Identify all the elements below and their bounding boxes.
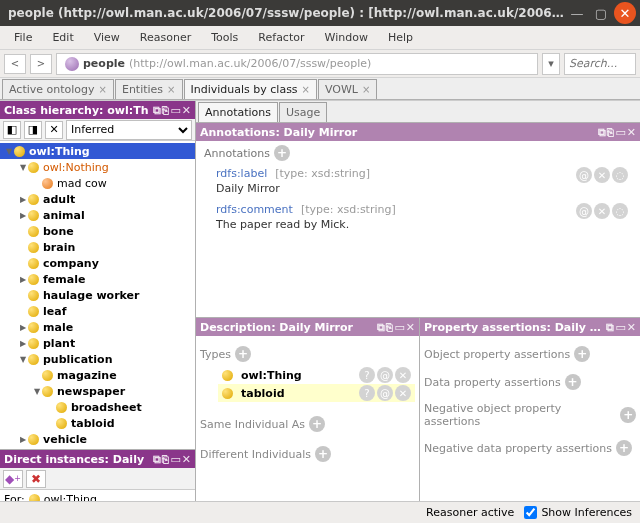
tree-arrow-icon[interactable]: ▶ bbox=[18, 323, 28, 332]
tree-node[interactable]: broadsheet bbox=[0, 399, 195, 415]
tree-node[interactable]: ▶plant bbox=[0, 335, 195, 351]
tree-node[interactable]: leaf bbox=[0, 303, 195, 319]
menu-file[interactable]: File bbox=[6, 29, 40, 46]
edit-button[interactable]: @ bbox=[377, 385, 393, 401]
add-type-button[interactable]: + bbox=[235, 346, 251, 362]
menu-edit[interactable]: Edit bbox=[44, 29, 81, 46]
sub-tab-usage[interactable]: Usage bbox=[279, 102, 327, 122]
menu-window[interactable]: Window bbox=[317, 29, 376, 46]
tab-active-ontology[interactable]: Active ontology× bbox=[2, 79, 114, 99]
menu-help[interactable]: Help bbox=[380, 29, 421, 46]
delete-button[interactable]: ✕ bbox=[395, 367, 411, 383]
nav-back-button[interactable]: < bbox=[4, 54, 26, 74]
tab-entities[interactable]: Entities× bbox=[115, 79, 183, 99]
tree-arrow-icon[interactable]: ▼ bbox=[4, 147, 14, 156]
annotation-delete-button[interactable]: ✕ bbox=[594, 167, 610, 183]
panel-pin-icon[interactable]: ⎘ bbox=[162, 104, 169, 117]
close-icon[interactable]: × bbox=[167, 84, 175, 95]
nav-forward-button[interactable]: > bbox=[30, 54, 52, 74]
tree-node[interactable]: haulage worker bbox=[0, 287, 195, 303]
sub-tab-annotations[interactable]: Annotations bbox=[198, 102, 278, 122]
annotation-property[interactable]: rdfs:comment bbox=[216, 203, 293, 216]
delete-button[interactable]: ✕ bbox=[395, 385, 411, 401]
tree-node[interactable]: ▼newspaper bbox=[0, 383, 195, 399]
tree-arrow-icon[interactable]: ▶ bbox=[18, 435, 28, 444]
close-icon[interactable]: × bbox=[99, 84, 107, 95]
close-icon[interactable]: × bbox=[302, 84, 310, 95]
annotation-options-button[interactable]: ◌ bbox=[612, 203, 628, 219]
hierarchy-mode-select[interactable]: Inferred bbox=[66, 120, 192, 140]
add-individual-button[interactable]: ◆+ bbox=[3, 470, 23, 488]
tree-node[interactable]: ▼owl:Thing bbox=[0, 143, 195, 159]
delete-class-button[interactable]: ✕ bbox=[45, 121, 63, 139]
add-assertion-button[interactable]: + bbox=[565, 374, 581, 390]
add-annotation-button[interactable]: + bbox=[274, 145, 290, 161]
annotation-delete-button[interactable]: ✕ bbox=[594, 203, 610, 219]
tree-node[interactable]: mad cow bbox=[0, 175, 195, 191]
show-inferences-checkbox[interactable] bbox=[524, 506, 537, 519]
panel-min-icon[interactable]: ▭ bbox=[170, 453, 180, 466]
menu-reasoner[interactable]: Reasoner bbox=[132, 29, 199, 46]
tree-node[interactable]: ▶animal bbox=[0, 207, 195, 223]
tree-node[interactable]: bone bbox=[0, 223, 195, 239]
tree-node[interactable]: ▶vehicle bbox=[0, 431, 195, 447]
type-row[interactable]: owl:Thing?@✕ bbox=[218, 366, 415, 384]
panel-close-icon[interactable]: ✕ bbox=[406, 321, 415, 334]
tree-node[interactable]: ▶male bbox=[0, 319, 195, 335]
add-subclass-button[interactable]: ◨ bbox=[24, 121, 42, 139]
panel-min-icon[interactable]: ▭ bbox=[394, 321, 404, 334]
annotation-edit-button[interactable]: @ bbox=[576, 167, 592, 183]
tree-node[interactable]: ▼publication bbox=[0, 351, 195, 367]
explain-button[interactable]: ? bbox=[359, 367, 375, 383]
show-inferences-toggle[interactable]: Show Inferences bbox=[524, 506, 632, 519]
tree-node[interactable]: ▶female bbox=[0, 271, 195, 287]
panel-pin-icon[interactable]: ⎘ bbox=[607, 126, 614, 139]
class-tree[interactable]: ▼owl:Thing▼owl:Nothingmad cow▶adult▶anim… bbox=[0, 141, 195, 449]
tab-vowl[interactable]: VOWL× bbox=[318, 79, 377, 99]
panel-view-icon[interactable]: ⧉ bbox=[153, 104, 161, 117]
tree-node[interactable]: ▼owl:Nothing bbox=[0, 159, 195, 175]
tree-node[interactable]: ▶adult bbox=[0, 191, 195, 207]
tab-individuals-by-class[interactable]: Individuals by class× bbox=[184, 79, 318, 99]
tree-arrow-icon[interactable]: ▶ bbox=[18, 339, 28, 348]
add-assertion-button[interactable]: + bbox=[616, 440, 632, 456]
edit-button[interactable]: @ bbox=[377, 367, 393, 383]
tree-node[interactable]: company bbox=[0, 255, 195, 271]
panel-close-icon[interactable]: ✕ bbox=[182, 104, 191, 117]
panel-min-icon[interactable]: ▭ bbox=[615, 321, 625, 334]
add-different-button[interactable]: + bbox=[315, 446, 331, 462]
menu-view[interactable]: View bbox=[86, 29, 128, 46]
ontology-path[interactable]: people (http://owl.man.ac.uk/2006/07/sss… bbox=[56, 53, 538, 75]
tree-node[interactable]: magazine bbox=[0, 367, 195, 383]
panel-pin-icon[interactable]: ⎘ bbox=[162, 453, 169, 466]
tree-arrow-icon[interactable]: ▶ bbox=[18, 211, 28, 220]
panel-min-icon[interactable]: ▭ bbox=[615, 126, 625, 139]
window-maximize-button[interactable]: ▢ bbox=[590, 2, 612, 24]
window-minimize-button[interactable]: — bbox=[566, 2, 588, 24]
delete-individual-button[interactable]: ✖ bbox=[26, 470, 46, 488]
tree-arrow-icon[interactable]: ▼ bbox=[18, 163, 28, 172]
tree-arrow-icon[interactable]: ▼ bbox=[32, 387, 42, 396]
close-icon[interactable]: × bbox=[362, 84, 370, 95]
tree-arrow-icon[interactable]: ▶ bbox=[18, 195, 28, 204]
panel-close-icon[interactable]: ✕ bbox=[182, 453, 191, 466]
tree-arrow-icon[interactable]: ▶ bbox=[18, 275, 28, 284]
tree-arrow-icon[interactable]: ▼ bbox=[18, 355, 28, 364]
annotation-property[interactable]: rdfs:label bbox=[216, 167, 267, 180]
menu-refactor[interactable]: Refactor bbox=[250, 29, 312, 46]
annotation-edit-button[interactable]: @ bbox=[576, 203, 592, 219]
add-class-button[interactable]: ◧ bbox=[3, 121, 21, 139]
panel-view-icon[interactable]: ⧉ bbox=[153, 453, 161, 466]
menu-tools[interactable]: Tools bbox=[203, 29, 246, 46]
tree-node[interactable]: brain bbox=[0, 239, 195, 255]
panel-view-icon[interactable]: ⧉ bbox=[598, 126, 606, 139]
panel-view-icon[interactable]: ⧉ bbox=[606, 321, 614, 334]
explain-button[interactable]: ? bbox=[359, 385, 375, 401]
annotation-options-button[interactable]: ◌ bbox=[612, 167, 628, 183]
panel-view-icon[interactable]: ⧉ bbox=[377, 321, 385, 334]
add-assertion-button[interactable]: + bbox=[620, 407, 636, 423]
type-row[interactable]: tabloid?@✕ bbox=[218, 384, 415, 402]
search-input[interactable] bbox=[564, 53, 636, 75]
panel-close-icon[interactable]: ✕ bbox=[627, 126, 636, 139]
panel-pin-icon[interactable]: ⎘ bbox=[386, 321, 393, 334]
